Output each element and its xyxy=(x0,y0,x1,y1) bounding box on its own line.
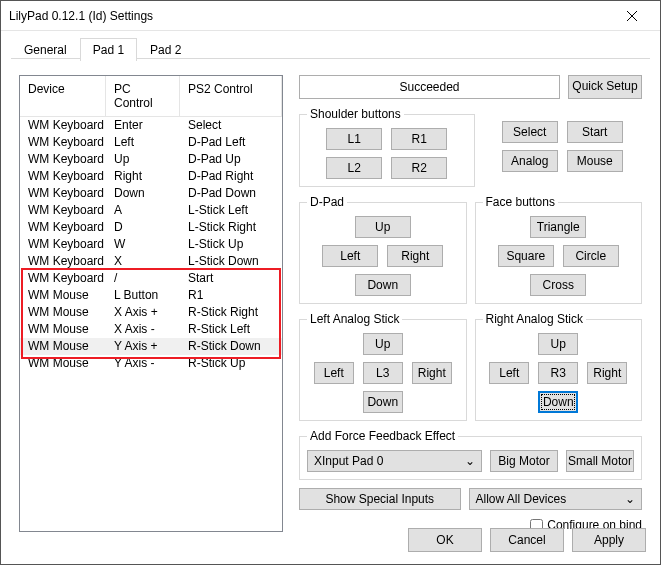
table-row[interactable]: WM Keyboard/Start xyxy=(20,270,282,287)
bindings-table[interactable]: Device PC Control PS2 Control WM Keyboar… xyxy=(19,75,283,532)
analog-button[interactable]: Analog xyxy=(502,150,558,172)
cell: L-Stick Up xyxy=(180,236,282,253)
cell: Up xyxy=(106,151,180,168)
cell: WM Keyboard xyxy=(20,253,106,270)
special-inputs-button[interactable]: Show Special Inputs xyxy=(299,488,461,510)
cell: W xyxy=(106,236,180,253)
dpad-group: D-Pad Up Left Right Down xyxy=(299,195,467,304)
rstick-left-button[interactable]: Left xyxy=(489,362,529,384)
status-box: Succeeded xyxy=(299,75,560,99)
lstick-left-button[interactable]: Left xyxy=(314,362,354,384)
cell: D-Pad Down xyxy=(180,185,282,202)
cell: R-Stick Left xyxy=(180,321,282,338)
cell: L-Stick Right xyxy=(180,219,282,236)
quick-setup-button[interactable]: Quick Setup xyxy=(568,75,642,99)
table-row[interactable]: WM KeyboardLeftD-Pad Left xyxy=(20,134,282,151)
cell: WM Keyboard xyxy=(20,168,106,185)
cell: L-Stick Down xyxy=(180,253,282,270)
lstick-up-button[interactable]: Up xyxy=(363,333,403,355)
select-button[interactable]: Select xyxy=(502,121,558,143)
r3-button[interactable]: R3 xyxy=(538,362,578,384)
cell: R-Stick Right xyxy=(180,304,282,321)
cell: WM Mouse xyxy=(20,338,106,355)
cell: D-Pad Left xyxy=(180,134,282,151)
cell: Enter xyxy=(106,117,180,134)
table-row[interactable]: WM KeyboardWL-Stick Up xyxy=(20,236,282,253)
rstick-right-button[interactable]: Right xyxy=(587,362,627,384)
cell: Y Axis + xyxy=(106,338,180,355)
ffb-group: Add Force Feedback Effect XInput Pad 0 ⌄… xyxy=(299,429,642,480)
cell: R-Stick Down xyxy=(180,338,282,355)
table-row[interactable]: WM MouseX Axis +R-Stick Right xyxy=(20,304,282,321)
cell: D-Pad Up xyxy=(180,151,282,168)
cell: WM Mouse xyxy=(20,355,106,372)
cell: WM Keyboard xyxy=(20,236,106,253)
circle-button[interactable]: Circle xyxy=(563,245,619,267)
shoulder-buttons-group: Shoulder buttons L1 R1 L2 R2 xyxy=(299,107,475,187)
face-buttons-group: Face buttons Triangle Square Circle Cros… xyxy=(475,195,643,304)
dpad-up-button[interactable]: Up xyxy=(355,216,411,238)
ffb-legend: Add Force Feedback Effect xyxy=(307,429,458,443)
apply-button[interactable]: Apply xyxy=(572,528,646,552)
col-pc[interactable]: PC Control xyxy=(106,76,180,116)
rstick-up-button[interactable]: Up xyxy=(538,333,578,355)
close-icon xyxy=(627,11,637,21)
table-row[interactable]: WM KeyboardDownD-Pad Down xyxy=(20,185,282,202)
table-row[interactable]: WM MouseL ButtonR1 xyxy=(20,287,282,304)
lstick-legend: Left Analog Stick xyxy=(307,312,402,326)
triangle-button[interactable]: Triangle xyxy=(530,216,586,238)
l1-button[interactable]: L1 xyxy=(326,128,382,150)
cell: X Axis - xyxy=(106,321,180,338)
cell: WM Keyboard xyxy=(20,219,106,236)
square-button[interactable]: Square xyxy=(498,245,554,267)
ffb-device-value: XInput Pad 0 xyxy=(314,454,383,468)
face-legend: Face buttons xyxy=(483,195,558,209)
table-row[interactable]: WM KeyboardUpD-Pad Up xyxy=(20,151,282,168)
table-row[interactable]: WM KeyboardAL-Stick Left xyxy=(20,202,282,219)
l2-button[interactable]: L2 xyxy=(326,157,382,179)
col-ps2[interactable]: PS2 Control xyxy=(180,76,282,116)
ok-button[interactable]: OK xyxy=(408,528,482,552)
chevron-down-icon: ⌄ xyxy=(625,492,635,506)
dpad-down-button[interactable]: Down xyxy=(355,274,411,296)
cross-button[interactable]: Cross xyxy=(530,274,586,296)
small-motor-button[interactable]: Small Motor xyxy=(566,450,634,472)
table-row[interactable]: WM KeyboardEnterSelect xyxy=(20,117,282,134)
cell: Y Axis - xyxy=(106,355,180,372)
table-row[interactable]: WM KeyboardXL-Stick Down xyxy=(20,253,282,270)
cell: WM Mouse xyxy=(20,321,106,338)
cell: WM Mouse xyxy=(20,287,106,304)
cell: D-Pad Right xyxy=(180,168,282,185)
table-row[interactable]: WM MouseY Axis -R-Stick Up xyxy=(20,355,282,372)
cell: Start xyxy=(180,270,282,287)
lstick-down-button[interactable]: Down xyxy=(363,391,403,413)
table-row[interactable]: WM KeyboardRightD-Pad Right xyxy=(20,168,282,185)
ffb-device-select[interactable]: XInput Pad 0 ⌄ xyxy=(307,450,482,472)
cell: / xyxy=(106,270,180,287)
rstick-down-button[interactable]: Down xyxy=(538,391,578,413)
r1-button[interactable]: R1 xyxy=(391,128,447,150)
chevron-down-icon: ⌄ xyxy=(465,454,475,468)
table-row[interactable]: WM MouseX Axis -R-Stick Left xyxy=(20,321,282,338)
dpad-right-button[interactable]: Right xyxy=(387,245,443,267)
dpad-left-button[interactable]: Left xyxy=(322,245,378,267)
table-row[interactable]: WM KeyboardDL-Stick Right xyxy=(20,219,282,236)
shoulder-legend: Shoulder buttons xyxy=(307,107,404,121)
table-row[interactable]: WM MouseY Axis +R-Stick Down xyxy=(20,338,282,355)
r2-button[interactable]: R2 xyxy=(391,157,447,179)
big-motor-button[interactable]: Big Motor xyxy=(490,450,558,472)
cell: Left xyxy=(106,134,180,151)
cell: L-Stick Left xyxy=(180,202,282,219)
cell: L Button xyxy=(106,287,180,304)
lstick-right-button[interactable]: Right xyxy=(412,362,452,384)
cell: D xyxy=(106,219,180,236)
start-button[interactable]: Start xyxy=(567,121,623,143)
l3-button[interactable]: L3 xyxy=(363,362,403,384)
mouse-button[interactable]: Mouse xyxy=(567,150,623,172)
device-filter-select[interactable]: Allow All Devices ⌄ xyxy=(469,488,643,510)
tab-pad1[interactable]: Pad 1 xyxy=(80,38,137,61)
close-button[interactable] xyxy=(612,1,652,30)
col-device[interactable]: Device xyxy=(20,76,106,116)
cancel-button[interactable]: Cancel xyxy=(490,528,564,552)
left-stick-group: Left Analog Stick Up Left L3 Right Down xyxy=(299,312,467,421)
